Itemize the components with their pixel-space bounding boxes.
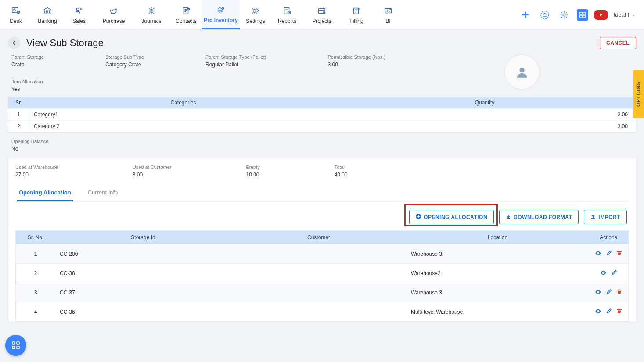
total-stat: Total 40.00: [335, 165, 348, 178]
bi-icon: [382, 6, 394, 16]
download-icon: [506, 214, 511, 220]
empty-stat: Empty 10.00: [246, 165, 259, 178]
nav-label: Purchase: [103, 18, 125, 24]
nav-contacts[interactable]: Contacts: [170, 0, 202, 29]
options-side-tab[interactable]: OPTIONS: [633, 70, 644, 118]
filling-icon: [350, 6, 363, 16]
nav-sales[interactable]: Sales: [63, 0, 95, 29]
nav-settings[interactable]: Settings: [240, 0, 271, 29]
nav-label: Contacts: [176, 18, 196, 24]
svg-point-17: [357, 8, 360, 10]
delete-icon[interactable]: [616, 308, 622, 316]
tab-opening-allocation[interactable]: Opening Allocation: [17, 185, 73, 201]
svg-point-28: [597, 253, 599, 254]
delete-icon[interactable]: [616, 250, 622, 258]
svg-point-21: [563, 14, 565, 16]
download-format-button[interactable]: DOWNLOAD FORMAT: [499, 210, 579, 224]
nav-filling[interactable]: Filling: [341, 0, 372, 29]
table-row: 2CC-38Warehouse2: [16, 263, 628, 283]
nav-label: Projects: [312, 18, 331, 24]
delete-icon[interactable]: [616, 289, 622, 297]
svg-rect-32: [12, 342, 15, 344]
cancel-button[interactable]: CANCEL: [600, 37, 636, 49]
view-icon[interactable]: [600, 269, 607, 277]
import-button[interactable]: IMPORT: [584, 210, 627, 224]
svg-point-8: [187, 7, 190, 10]
view-icon[interactable]: [595, 289, 601, 297]
parent-storage: Parent Storage Crate: [11, 54, 44, 68]
apps-fab[interactable]: [5, 335, 26, 356]
svg-point-30: [597, 291, 599, 293]
edit-icon[interactable]: [606, 289, 612, 297]
used-at-customer: Used at Customer 3.00: [133, 165, 172, 178]
calculator-icon[interactable]: [577, 9, 588, 21]
allocation-card: Used at Warehouse 27.00 Used at Customer…: [8, 158, 636, 322]
svg-point-19: [389, 8, 392, 10]
nav-label: Reports: [278, 18, 296, 24]
opening-allocation-button[interactable]: OPENING ALLOCATION: [409, 210, 494, 224]
add-button[interactable]: +: [519, 8, 532, 22]
sync-icon[interactable]: [538, 8, 551, 22]
page-title: View Sub Storage: [26, 37, 104, 49]
table-row: 3CC-37Warehouse 3: [16, 283, 628, 302]
edit-icon[interactable]: [606, 250, 612, 258]
nav-label: Desk: [10, 18, 22, 24]
nav-desk[interactable]: Desk: [0, 0, 32, 29]
allocation-table: Sr. No. Storage Id Customer Location Act…: [15, 230, 629, 322]
opening-balance: Opening Balance No: [8, 139, 636, 152]
user-label: Ideal I: [614, 11, 629, 18]
purchase-icon: [108, 6, 120, 16]
categories-table: Sr. Categories Quantity 1Category12.002C…: [8, 97, 636, 133]
table-row: 4CC-36Multi-level Warehouse: [16, 302, 628, 321]
youtube-icon[interactable]: [594, 10, 608, 20]
table-row: 2Category 23.00: [8, 120, 636, 132]
top-navbar: Desk Banking Sales Purchase Journals Con…: [0, 0, 644, 30]
nav-label: Journals: [141, 18, 161, 24]
svg-rect-24: [580, 15, 582, 18]
parent-storage-type: Parent Storage Type (Pallet) Regular Pal…: [205, 54, 266, 68]
nav-pro-inventory[interactable]: Pro Inventory: [202, 0, 240, 29]
inventory-icon: [215, 5, 227, 15]
alloc-table-header: Sr. No. Storage Id Customer Location Act…: [16, 231, 628, 244]
edit-icon[interactable]: [606, 308, 612, 316]
edit-icon[interactable]: [611, 269, 617, 277]
view-icon[interactable]: [595, 250, 601, 258]
svg-point-20: [541, 11, 549, 19]
svg-rect-35: [17, 346, 19, 349]
storage-sub-type: Storage Sub Type Category Crate: [105, 54, 144, 68]
svg-rect-33: [17, 342, 19, 344]
tab-current-info[interactable]: Current Info: [86, 185, 120, 201]
action-row: OPENING ALLOCATION DOWNLOAD FORMAT IMPOR…: [15, 202, 629, 230]
table-row: 1CC-200Warehouse 3: [16, 244, 628, 263]
gear-icon[interactable]: [558, 8, 571, 22]
view-icon[interactable]: [595, 308, 601, 316]
nav-projects[interactable]: Projects: [303, 0, 341, 29]
nav-journals[interactable]: Journals: [133, 0, 170, 29]
svg-rect-23: [583, 12, 585, 14]
desk-icon: [10, 6, 22, 16]
journals-icon: [145, 6, 158, 16]
svg-point-31: [597, 311, 599, 312]
item-allocation: Item Allocation Yes: [8, 79, 636, 92]
cat-table-header: Sr. Categories Quantity: [8, 97, 636, 108]
info-row: Parent Storage Crate Storage Sub Type Ca…: [8, 54, 636, 68]
nav-label: Pro Inventory: [204, 17, 237, 23]
nav-banking[interactable]: Banking: [32, 0, 63, 29]
user-menu[interactable]: Ideal I ⌄: [614, 11, 635, 18]
reports-icon: [281, 6, 293, 16]
nav-label: Settings: [246, 18, 265, 24]
svg-point-11: [253, 9, 256, 12]
nav-label: Sales: [72, 18, 86, 24]
nav-purchase[interactable]: Purchase: [95, 0, 133, 29]
svg-rect-9: [219, 10, 221, 12]
contacts-icon: [180, 6, 192, 16]
nav-reports[interactable]: Reports: [271, 0, 303, 29]
avatar: [504, 54, 540, 90]
nav-label: BI: [385, 18, 390, 24]
nav-bi[interactable]: BI: [372, 0, 404, 29]
projects-icon: [316, 6, 328, 16]
page-header: View Sub Storage CANCEL: [8, 37, 636, 49]
nav-items: Desk Banking Sales Purchase Journals Con…: [0, 0, 404, 29]
bank-icon: [41, 6, 54, 16]
back-button[interactable]: [8, 37, 20, 49]
